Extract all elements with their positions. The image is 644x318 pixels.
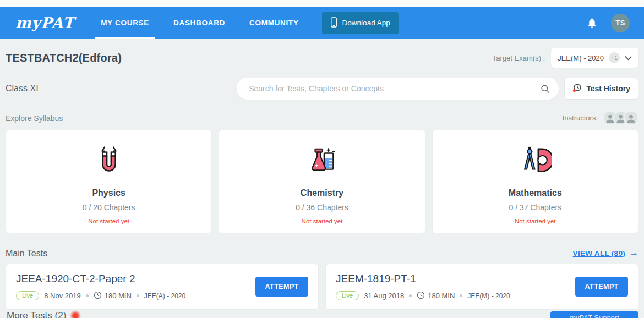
- nav-item-my-course[interactable]: MY COURSE: [100, 7, 150, 39]
- subject-cards: Physics 0 / 20 Chapters Not started yet: [6, 130, 638, 233]
- test-card: JEEM-1819-PT-1 Live 31 Aug 2018 180 MIN: [325, 264, 638, 310]
- geometry-icon: [433, 145, 638, 180]
- nav-item-dashboard[interactable]: DASHBOARD: [172, 7, 226, 39]
- test-title: JEEA-1920-CT-2-Paper 2: [16, 273, 185, 285]
- instructors-label: Instructors:: [563, 114, 598, 122]
- test-duration: 180 MIN: [94, 291, 132, 301]
- test-exam: JEE(M) - 2020: [467, 292, 510, 300]
- main-content: TESTBATCH2(Edfora) Target Exam(s) : JEE(…: [0, 48, 644, 310]
- subject-progress: 0 / 20 Chapters: [6, 203, 211, 212]
- toolbar: Class XI Test History: [6, 78, 638, 100]
- nav-item-label: MY COURSE: [101, 19, 149, 27]
- phone-icon: [330, 17, 337, 29]
- test-duration-label: 180 MIN: [105, 292, 132, 300]
- instructors: Instructors:: [563, 111, 638, 125]
- test-title: JEEM-1819-PT-1: [336, 273, 510, 285]
- new-indicator-icon: [70, 310, 81, 318]
- download-app-label: Download App: [342, 19, 390, 27]
- search-input[interactable]: [248, 84, 541, 94]
- test-date: 8 Nov 2019: [44, 292, 81, 300]
- attempt-button[interactable]: ATTEMPT: [255, 277, 308, 297]
- subject-name: Physics: [6, 188, 211, 198]
- target-exam-control: Target Exam(s) : JEE(M) - 2020 +1: [493, 48, 638, 68]
- more-tests-label: More Tests (2): [7, 310, 66, 318]
- arrow-right-icon: →: [629, 248, 638, 259]
- subject-status: Not started yet: [6, 218, 211, 224]
- separator-dot-icon: [137, 294, 139, 297]
- subject-progress: 0 / 36 Chapters: [219, 203, 424, 212]
- separator-dot-icon: [460, 294, 462, 297]
- test-meta: Live 31 Aug 2018 180 MIN JEE(M) - 2020: [336, 291, 510, 301]
- live-badge: Live: [336, 291, 359, 300]
- search-bar: [237, 78, 559, 100]
- target-exam-label: Target Exam(s) :: [493, 54, 545, 62]
- test-meta: Live 8 Nov 2019 180 MIN JEE(A) - 2020: [16, 291, 185, 301]
- instructor-avatars: [603, 111, 638, 125]
- syllabus-header: Explore Syllabus Instructors:: [6, 111, 638, 125]
- live-badge: Live: [16, 291, 39, 300]
- magnet-icon: [6, 145, 211, 180]
- subject-card-physics[interactable]: Physics 0 / 20 Chapters Not started yet: [6, 130, 212, 233]
- more-tests-section-label: More Tests (2): [7, 310, 81, 318]
- main-tests-header: Main Tests VIEW ALL (89) →: [6, 248, 638, 259]
- chevron-down-icon: [625, 54, 632, 62]
- main-nav: MY COURSE DASHBOARD COMMUNITY: [100, 7, 321, 39]
- mypat-logo[interactable]: myPAT: [15, 7, 74, 39]
- nav-item-label: COMMUNITY: [249, 19, 299, 27]
- target-exam-dropdown[interactable]: JEE(M) - 2020 +1: [551, 48, 638, 68]
- mypat-logo-text: myPAT: [15, 14, 74, 31]
- main-tests-label: Main Tests: [6, 249, 47, 259]
- subject-card-chemistry[interactable]: Chemistry 0 / 36 Chapters Not started ye…: [219, 130, 425, 233]
- test-history-label: Test History: [586, 84, 630, 93]
- nav-item-label: DASHBOARD: [173, 19, 225, 27]
- subject-status: Not started yet: [433, 218, 638, 224]
- avatar-initials: TS: [615, 19, 625, 27]
- view-all-label: VIEW ALL (89): [573, 249, 625, 257]
- history-clock-icon: [572, 83, 582, 94]
- target-exam-value: JEE(M) - 2020: [558, 54, 604, 62]
- mypat-support-label: myPAT Support: [570, 314, 619, 318]
- test-date: 31 Aug 2018: [364, 292, 404, 300]
- attempt-button[interactable]: ATTEMPT: [575, 277, 628, 297]
- navbar-right: TS: [586, 7, 630, 39]
- subject-name: Chemistry: [219, 188, 424, 198]
- notifications-bell-icon[interactable]: [586, 17, 598, 29]
- view-all-link[interactable]: VIEW ALL (89) →: [573, 248, 638, 259]
- explore-syllabus-label: Explore Syllabus: [6, 114, 63, 123]
- test-duration: 180 MIN: [417, 291, 455, 301]
- test-exam: JEE(A) - 2020: [144, 292, 185, 300]
- test-info: JEEA-1920-CT-2-Paper 2 Live 8 Nov 2019 1…: [16, 273, 185, 301]
- class-label: Class XI: [6, 84, 237, 94]
- test-duration-label: 180 MIN: [428, 292, 455, 300]
- flask-icon: [219, 145, 424, 180]
- target-exam-more-badge: +1: [609, 52, 620, 63]
- page-title: TESTBATCH2(Edfora): [6, 52, 122, 64]
- clock-icon: [94, 291, 102, 301]
- subject-status: Not started yet: [219, 218, 424, 224]
- nav-item-community[interactable]: COMMUNITY: [248, 7, 300, 39]
- subject-progress: 0 / 37 Chapters: [433, 203, 638, 212]
- test-cards: JEEA-1920-CT-2-Paper 2 Live 8 Nov 2019 1…: [6, 264, 638, 310]
- subject-card-mathematics[interactable]: Mathematics 0 / 37 Chapters Not started …: [432, 130, 638, 233]
- test-card: JEEA-1920-CT-2-Paper 2 Live 8 Nov 2019 1…: [6, 264, 319, 310]
- separator-dot-icon: [409, 294, 412, 297]
- user-avatar[interactable]: TS: [611, 14, 630, 32]
- top-strip: [0, 0, 644, 7]
- clock-icon: [417, 291, 425, 301]
- mypat-support-button[interactable]: myPAT Support: [550, 311, 638, 318]
- navbar: myPAT MY COURSE DASHBOARD COMMUNITY Down…: [0, 7, 644, 39]
- page-header: TESTBATCH2(Edfora) Target Exam(s) : JEE(…: [6, 48, 638, 68]
- separator-dot-icon: [86, 294, 89, 297]
- download-app-button[interactable]: Download App: [322, 12, 399, 34]
- test-info: JEEM-1819-PT-1 Live 31 Aug 2018 180 MIN: [336, 273, 510, 301]
- search-icon[interactable]: [541, 84, 550, 94]
- instructor-avatar[interactable]: [624, 111, 638, 125]
- test-history-button[interactable]: Test History: [564, 78, 638, 100]
- subject-name: Mathematics: [433, 188, 638, 198]
